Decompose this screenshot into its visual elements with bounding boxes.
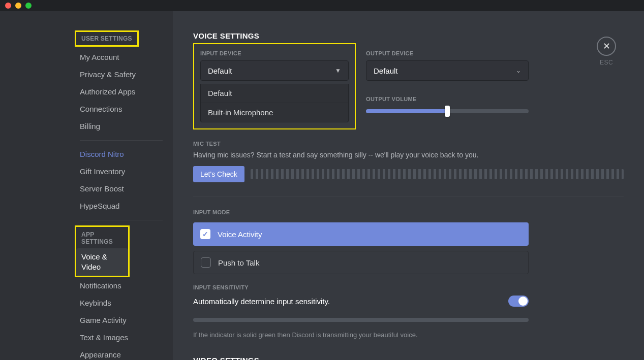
auto-sensitivity-text: Automatically determine input sensitivit…	[193, 297, 330, 306]
sidebar-header-user-settings: USER SETTINGS	[76, 32, 137, 45]
mic-test-label: MIC TEST	[193, 141, 624, 147]
sensitivity-hint: If the indicator is solid green then Dis…	[193, 331, 529, 339]
traffic-light-minimize[interactable]	[15, 3, 21, 9]
mic-test-section: MIC TEST Having mic issues? Start a test…	[193, 141, 624, 182]
output-volume-label: OUTPUT VOLUME	[366, 96, 529, 102]
chevron-down-icon: ⌄	[516, 67, 521, 74]
sidebar-item-connections[interactable]: Connections	[75, 101, 168, 118]
sidebar-item-game-activity[interactable]: Game Activity	[75, 312, 168, 329]
input-device-select[interactable]: Default ▼	[200, 60, 349, 81]
checkbox-empty-icon	[201, 257, 211, 268]
sidebar-item-discord-nitro[interactable]: Discord Nitro	[75, 146, 168, 163]
input-sensitivity-section: INPUT SENSITIVITY Automatically determin…	[193, 284, 529, 339]
input-device-option-default[interactable]: Default	[201, 84, 348, 103]
sidebar-item-notifications[interactable]: Notifications	[75, 277, 168, 294]
traffic-light-close[interactable]	[5, 3, 11, 9]
sidebar-header-app-settings: APP SETTINGS	[76, 227, 128, 248]
sidebar-separator	[80, 140, 163, 141]
sidebar-item-billing[interactable]: Billing	[75, 118, 168, 135]
voice-settings-title: VOICE SETTINGS	[193, 31, 624, 40]
voice-activity-label: Voice Activity	[218, 230, 262, 239]
mic-test-description: Having mic issues? Start a test and say …	[193, 151, 624, 159]
close-settings[interactable]: ✕ ESC	[597, 37, 616, 66]
push-to-talk-label: Push to Talk	[218, 258, 259, 267]
sidebar-item-hypesquad[interactable]: HypeSquad	[75, 198, 168, 215]
sidebar-item-server-boost[interactable]: Server Boost	[75, 180, 168, 198]
input-mode-voice-activity[interactable]: ✓ Voice Activity	[193, 222, 529, 246]
traffic-light-zoom[interactable]	[25, 3, 32, 9]
close-icon[interactable]: ✕	[597, 37, 616, 56]
auto-sensitivity-toggle[interactable]	[508, 296, 529, 307]
sidebar-item-appearance[interactable]: Appearance	[75, 346, 168, 360]
input-device-dropdown: Default Built-in Microphone	[200, 84, 349, 122]
input-mode-section: INPUT MODE ✓ Voice Activity Push to Talk	[193, 209, 624, 274]
input-device-selected: Default	[208, 67, 232, 75]
output-volume-thumb[interactable]	[445, 106, 450, 117]
sidebar-item-authorized-apps[interactable]: Authorized Apps	[75, 83, 168, 101]
settings-sidebar: USER SETTINGS My Account Privacy & Safet…	[0, 11, 173, 360]
input-device-option-builtin-mic[interactable]: Built-in Microphone	[201, 103, 348, 122]
divider	[193, 197, 624, 197]
checkbox-checked-icon: ✓	[200, 229, 210, 239]
settings-main: ✕ ESC VOICE SETTINGS INPUT DEVICE Defaul…	[173, 11, 644, 360]
toggle-knob	[518, 297, 528, 306]
sidebar-separator	[80, 220, 163, 220]
output-volume-fill	[366, 109, 447, 113]
esc-label: ESC	[597, 59, 616, 66]
input-sensitivity-label: INPUT SENSITIVITY	[193, 284, 529, 290]
mic-test-button[interactable]: Let's Check	[193, 166, 244, 182]
output-device-label: OUTPUT DEVICE	[366, 50, 529, 56]
sidebar-item-gift-inventory[interactable]: Gift Inventory	[75, 163, 168, 180]
sensitivity-indicator	[193, 318, 529, 322]
chevron-down-icon: ▼	[335, 67, 341, 74]
window-titlebar	[0, 0, 644, 11]
sidebar-item-voice-video[interactable]: Voice & Video	[76, 248, 128, 276]
input-mode-label: INPUT MODE	[193, 209, 624, 215]
sidebar-item-my-account[interactable]: My Account	[75, 49, 168, 66]
mic-test-meter	[251, 169, 624, 179]
output-device-selected: Default	[374, 67, 398, 75]
input-device-highlight: INPUT DEVICE Default ▼ Default Built-in …	[193, 43, 356, 129]
input-device-label: INPUT DEVICE	[200, 50, 349, 56]
output-volume-slider[interactable]	[366, 109, 529, 113]
input-mode-push-to-talk[interactable]: Push to Talk	[193, 251, 529, 274]
output-device-select[interactable]: Default ⌄	[366, 60, 529, 81]
sidebar-item-text-images[interactable]: Text & Images	[75, 329, 168, 346]
sidebar-item-privacy-safety[interactable]: Privacy & Safety	[75, 66, 168, 83]
video-settings-title: VIDEO SETTINGS	[193, 356, 624, 360]
sidebar-item-keybinds[interactable]: Keybinds	[75, 294, 168, 312]
